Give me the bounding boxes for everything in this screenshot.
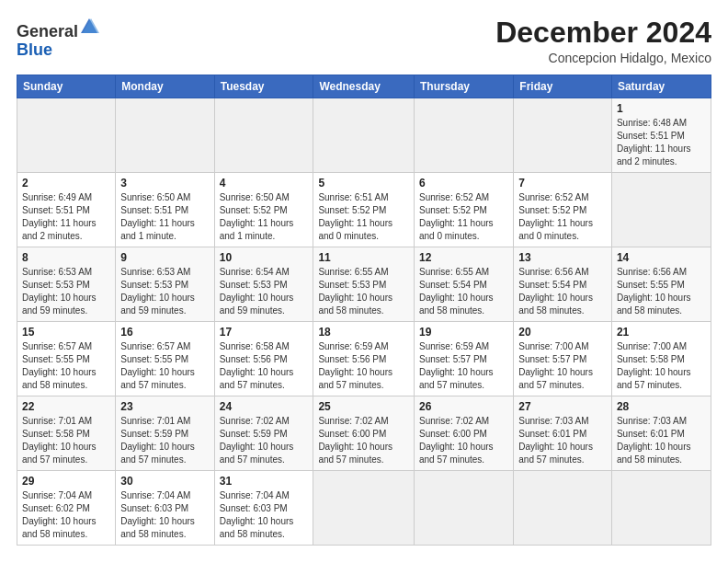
day-info: Sunrise: 7:04 AM Sunset: 6:03 PM Dayligh… — [220, 489, 309, 541]
calendar-cell: 15 Sunrise: 6:57 AM Sunset: 5:55 PM Dayl… — [17, 322, 116, 396]
location: Concepcion Hidalgo, Mexico — [495, 51, 711, 65]
sunset-label: Sunset: 5:55 PM — [22, 354, 90, 364]
day-info: Sunrise: 7:00 AM Sunset: 5:58 PM Dayligh… — [617, 340, 706, 392]
sunset-label: Sunset: 5:51 PM — [120, 205, 188, 215]
day-number: 9 — [120, 251, 209, 264]
day-info: Sunrise: 6:50 AM Sunset: 5:51 PM Dayligh… — [120, 191, 209, 243]
logo-icon — [79, 17, 99, 37]
sunrise-label: Sunrise: 6:56 AM — [617, 267, 687, 277]
day-number: 19 — [419, 326, 508, 339]
daylight-label: Daylight: 10 hours and 59 minutes. — [220, 293, 294, 316]
day-number: 11 — [318, 251, 409, 264]
sunset-label: Sunset: 5:59 PM — [220, 429, 288, 439]
calendar-cell: 19 Sunrise: 6:59 AM Sunset: 5:57 PM Dayl… — [414, 322, 513, 396]
sunset-label: Sunset: 6:01 PM — [617, 429, 685, 439]
sunset-label: Sunset: 6:00 PM — [318, 429, 386, 439]
daylight-label: Daylight: 10 hours and 58 minutes. — [419, 293, 494, 316]
day-info: Sunrise: 7:01 AM Sunset: 5:59 PM Dayligh… — [120, 415, 209, 466]
day-number: 4 — [220, 177, 309, 190]
daylight-label: Daylight: 10 hours and 57 minutes. — [120, 442, 195, 465]
sunset-label: Sunset: 5:54 PM — [419, 280, 487, 290]
day-info: Sunrise: 7:03 AM Sunset: 6:01 PM Dayligh… — [617, 415, 706, 466]
calendar-cell: 11 Sunrise: 6:55 AM Sunset: 5:53 PM Dayl… — [313, 247, 415, 322]
sunset-label: Sunset: 5:53 PM — [318, 280, 386, 290]
sunset-label: Sunset: 5:52 PM — [220, 205, 288, 215]
daylight-label: Daylight: 10 hours and 57 minutes. — [22, 442, 97, 465]
day-number: 25 — [318, 400, 409, 413]
day-number: 7 — [518, 177, 607, 190]
calendar-week-2: 2 Sunrise: 6:49 AM Sunset: 5:51 PM Dayli… — [17, 173, 711, 247]
day-number: 6 — [419, 177, 508, 190]
day-number: 29 — [22, 475, 110, 488]
sunrise-label: Sunrise: 6:49 AM — [22, 192, 92, 202]
calendar-cell — [514, 98, 612, 173]
calendar-week-5: 22 Sunrise: 7:01 AM Sunset: 5:58 PM Dayl… — [17, 396, 711, 471]
daylight-label: Daylight: 10 hours and 57 minutes. — [518, 442, 593, 465]
day-info: Sunrise: 6:48 AM Sunset: 5:51 PM Dayligh… — [617, 117, 706, 168]
daylight-label: Daylight: 10 hours and 58 minutes. — [22, 367, 97, 390]
day-number: 3 — [120, 177, 209, 190]
day-info: Sunrise: 6:49 AM Sunset: 5:51 PM Dayligh… — [22, 191, 110, 243]
day-number: 13 — [518, 251, 607, 264]
daylight-label: Daylight: 11 hours and 2 minutes. — [22, 218, 97, 241]
day-info: Sunrise: 7:04 AM Sunset: 6:02 PM Dayligh… — [22, 489, 110, 541]
calendar-cell — [116, 98, 214, 173]
calendar-cell: 27 Sunrise: 7:03 AM Sunset: 6:01 PM Dayl… — [514, 396, 612, 471]
daylight-label: Daylight: 10 hours and 57 minutes. — [220, 442, 294, 465]
day-number: 30 — [120, 475, 209, 488]
logo-blue-text: Blue — [17, 41, 97, 60]
day-number: 31 — [220, 475, 309, 488]
calendar-table: SundayMondayTuesdayWednesdayThursdayFrid… — [17, 75, 711, 546]
day-info: Sunrise: 6:53 AM Sunset: 5:53 PM Dayligh… — [120, 266, 209, 317]
calendar-cell: 4 Sunrise: 6:50 AM Sunset: 5:52 PM Dayli… — [214, 173, 313, 247]
day-info: Sunrise: 7:02 AM Sunset: 6:00 PM Dayligh… — [318, 415, 409, 466]
sunrise-label: Sunrise: 7:04 AM — [120, 490, 190, 500]
daylight-label: Daylight: 11 hours and 2 minutes. — [617, 144, 691, 167]
day-header-sunday: Sunday — [17, 75, 116, 98]
day-info: Sunrise: 6:58 AM Sunset: 5:56 PM Dayligh… — [220, 340, 309, 392]
daylight-label: Daylight: 11 hours and 1 minute. — [120, 218, 195, 241]
daylight-label: Daylight: 11 hours and 0 minutes. — [419, 218, 494, 241]
sunrise-label: Sunrise: 6:57 AM — [22, 341, 92, 351]
calendar-header-row: SundayMondayTuesdayWednesdayThursdayFrid… — [17, 75, 711, 98]
day-number: 12 — [419, 251, 508, 264]
month-title: December 2024 — [495, 17, 711, 49]
day-info: Sunrise: 7:03 AM Sunset: 6:01 PM Dayligh… — [518, 415, 607, 466]
calendar-cell: 9 Sunrise: 6:53 AM Sunset: 5:53 PM Dayli… — [116, 247, 214, 322]
day-info: Sunrise: 6:51 AM Sunset: 5:52 PM Dayligh… — [318, 191, 409, 243]
day-number: 18 — [318, 326, 409, 339]
day-info: Sunrise: 7:04 AM Sunset: 6:03 PM Dayligh… — [120, 489, 209, 541]
calendar-cell — [313, 471, 415, 546]
sunrise-label: Sunrise: 7:04 AM — [22, 490, 92, 500]
day-number: 15 — [22, 326, 110, 339]
calendar-cell: 8 Sunrise: 6:53 AM Sunset: 5:53 PM Dayli… — [17, 247, 116, 322]
calendar-cell: 25 Sunrise: 7:02 AM Sunset: 6:00 PM Dayl… — [313, 396, 415, 471]
sunrise-label: Sunrise: 6:48 AM — [617, 118, 687, 128]
day-number: 1 — [617, 102, 706, 115]
sunrise-label: Sunrise: 7:01 AM — [22, 416, 92, 426]
calendar-cell — [514, 471, 612, 546]
calendar-cell: 23 Sunrise: 7:01 AM Sunset: 5:59 PM Dayl… — [116, 396, 214, 471]
calendar-cell — [414, 471, 513, 546]
calendar-cell: 26 Sunrise: 7:02 AM Sunset: 6:00 PM Dayl… — [414, 396, 513, 471]
sunrise-label: Sunrise: 7:01 AM — [120, 416, 190, 426]
sunset-label: Sunset: 5:57 PM — [419, 354, 487, 364]
day-number: 16 — [120, 326, 209, 339]
calendar-week-3: 8 Sunrise: 6:53 AM Sunset: 5:53 PM Dayli… — [17, 247, 711, 322]
sunset-label: Sunset: 5:56 PM — [220, 354, 288, 364]
sunset-label: Sunset: 5:53 PM — [220, 280, 288, 290]
day-info: Sunrise: 6:53 AM Sunset: 5:53 PM Dayligh… — [22, 266, 110, 317]
calendar-cell: 17 Sunrise: 6:58 AM Sunset: 5:56 PM Dayl… — [214, 322, 313, 396]
sunrise-label: Sunrise: 6:55 AM — [419, 267, 489, 277]
day-info: Sunrise: 6:57 AM Sunset: 5:55 PM Dayligh… — [22, 340, 110, 392]
calendar-cell: 12 Sunrise: 6:55 AM Sunset: 5:54 PM Dayl… — [414, 247, 513, 322]
day-number: 23 — [120, 400, 209, 413]
day-info: Sunrise: 6:57 AM Sunset: 5:55 PM Dayligh… — [120, 340, 209, 392]
calendar-cell: 24 Sunrise: 7:02 AM Sunset: 5:59 PM Dayl… — [214, 396, 313, 471]
day-info: Sunrise: 6:59 AM Sunset: 5:56 PM Dayligh… — [318, 340, 409, 392]
daylight-label: Daylight: 10 hours and 57 minutes. — [419, 442, 494, 465]
calendar-cell: 18 Sunrise: 6:59 AM Sunset: 5:56 PM Dayl… — [313, 322, 415, 396]
sunrise-label: Sunrise: 7:00 AM — [617, 341, 687, 351]
sunset-label: Sunset: 5:57 PM — [518, 354, 586, 364]
calendar-cell — [611, 471, 711, 546]
